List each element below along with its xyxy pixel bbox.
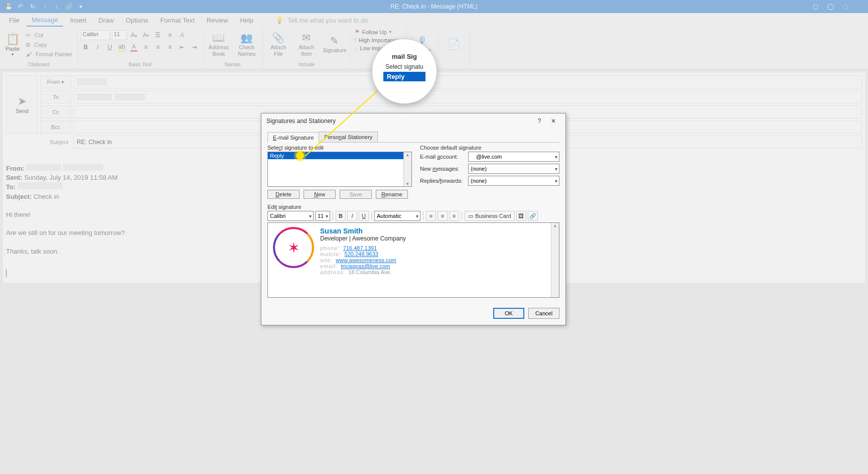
body-from-label: From: bbox=[6, 165, 25, 172]
qa-more-icon[interactable]: ▾ bbox=[77, 3, 84, 10]
menu-file[interactable]: File bbox=[4, 15, 25, 26]
new-messages-label: New messages: bbox=[420, 166, 468, 172]
bullets-button[interactable]: ☰ bbox=[153, 30, 163, 40]
sig-mobile[interactable]: 520.248.9633 bbox=[345, 251, 378, 257]
sig-site[interactable]: www.awesomeness.com bbox=[336, 257, 396, 263]
editor-link-button[interactable]: 🔗 bbox=[528, 211, 538, 221]
body-sent-value: Sunday, July 14, 2019 11:58 AM bbox=[24, 174, 117, 181]
attach-item-button[interactable]: ✉Attach Item bbox=[294, 32, 319, 56]
sig-phone[interactable]: 716.487.1391 bbox=[343, 245, 377, 251]
pen-icon: ✎ bbox=[330, 35, 339, 46]
signature-list[interactable]: Reply ▴▾ bbox=[267, 152, 412, 187]
user-icon[interactable]: ◯ bbox=[827, 3, 834, 10]
bulb-icon: 💡 bbox=[275, 17, 283, 24]
address-book-button[interactable]: 📖Address Book bbox=[206, 32, 231, 56]
align-left-button[interactable]: ≡ bbox=[141, 42, 151, 52]
undo-icon[interactable]: ↶ bbox=[17, 3, 24, 10]
tell-me-search[interactable]: 💡 Tell me what you want to do bbox=[275, 17, 368, 24]
clear-format-button[interactable]: A bbox=[177, 30, 187, 40]
bcc-button[interactable]: Bcc bbox=[40, 121, 71, 134]
replies-label: Replies/forwards: bbox=[420, 178, 468, 184]
paste-button[interactable]: 📋 Paste ▾ bbox=[3, 33, 22, 57]
sig-address: 18 Columbia Ave. bbox=[348, 269, 391, 275]
menu-draw[interactable]: Draw bbox=[93, 15, 118, 26]
from-field[interactable] bbox=[73, 75, 862, 88]
rename-button[interactable]: Rename bbox=[376, 190, 408, 199]
menu-insert[interactable]: Insert bbox=[65, 15, 92, 26]
send-button[interactable]: ➤ Send bbox=[6, 75, 38, 134]
signature-button[interactable]: ✎Signature bbox=[322, 35, 347, 53]
email-account-combo[interactable]: xx@live.com bbox=[468, 152, 559, 162]
editor-color-combo[interactable]: Automatic bbox=[374, 211, 420, 221]
menu-format[interactable]: Format Text bbox=[155, 15, 199, 26]
grow-font-button[interactable]: A▴ bbox=[129, 30, 139, 40]
editor-bold-button[interactable]: B bbox=[336, 211, 346, 221]
scroll-up-icon[interactable]: ▴ bbox=[406, 152, 409, 157]
highlight-button[interactable]: ab bbox=[117, 42, 127, 52]
editor-italic-button[interactable]: I bbox=[347, 211, 357, 221]
align-center-button[interactable]: ≡ bbox=[153, 42, 163, 52]
sig-email[interactable]: triciagoss@live.com bbox=[341, 263, 390, 269]
delete-button[interactable]: Delete bbox=[267, 190, 300, 199]
copy-button[interactable]: ⧉Copy bbox=[24, 41, 74, 49]
save-icon[interactable]: 💾 bbox=[5, 3, 12, 10]
attach-file-button[interactable]: 📎Attach File bbox=[266, 32, 291, 56]
new-button[interactable]: New bbox=[304, 190, 336, 199]
italic-button[interactable]: I bbox=[93, 42, 103, 52]
editor-scrollbar[interactable]: ▴ bbox=[551, 223, 559, 297]
follow-up-button[interactable]: ⚑Follow Up▾ bbox=[354, 28, 392, 36]
numbering-button[interactable]: ≡ bbox=[165, 30, 175, 40]
editor-align-right-button[interactable]: ≡ bbox=[449, 211, 459, 221]
signature-editor[interactable]: ✶ Susan Smith Developer | Awesome Compan… bbox=[267, 222, 559, 298]
cut-button[interactable]: ✂Cut bbox=[24, 31, 74, 40]
editor-underline-button[interactable]: U bbox=[359, 211, 369, 221]
underline-button[interactable]: U bbox=[105, 42, 115, 52]
dialog-help-button[interactable]: ? bbox=[532, 117, 546, 125]
redo-icon[interactable]: ↻ bbox=[29, 3, 36, 10]
redacted bbox=[26, 164, 61, 171]
shrink-font-button[interactable]: A▾ bbox=[141, 30, 151, 40]
outdent-button[interactable]: ⇤ bbox=[177, 42, 187, 52]
format-painter-button[interactable]: 🖌Format Painter bbox=[24, 50, 74, 58]
menu-message[interactable]: Message bbox=[27, 14, 63, 27]
font-size-select[interactable]: 11 bbox=[112, 30, 127, 40]
align-right-button[interactable]: ≡ bbox=[165, 42, 175, 52]
menu-review[interactable]: Review bbox=[202, 15, 233, 26]
from-button[interactable]: From ▾ bbox=[40, 75, 71, 88]
editor-align-center-button[interactable]: ≡ bbox=[438, 211, 448, 221]
cancel-button[interactable]: Cancel bbox=[528, 308, 559, 319]
subject-value: RE: Check in bbox=[77, 139, 112, 146]
menu-options[interactable]: Options bbox=[121, 15, 154, 26]
min-icon[interactable]: ▢ bbox=[813, 3, 818, 10]
indent-button[interactable]: ⇥ bbox=[189, 42, 199, 52]
scroll-down-icon[interactable]: ▾ bbox=[406, 181, 409, 186]
scrollbar[interactable]: ▴▾ bbox=[403, 152, 411, 186]
to-button[interactable]: To bbox=[40, 90, 71, 103]
editor-font-combo[interactable]: Calibri bbox=[267, 211, 314, 221]
editor-image-button[interactable]: 🖼 bbox=[516, 211, 526, 221]
ok-button[interactable]: OK bbox=[493, 308, 524, 319]
up-icon[interactable]: ↑ bbox=[41, 3, 48, 10]
menu-help[interactable]: Help bbox=[235, 15, 258, 26]
to-field[interactable] bbox=[73, 90, 862, 103]
replies-combo[interactable]: (none) bbox=[468, 176, 559, 186]
editor-align-left-button[interactable]: ≡ bbox=[426, 211, 436, 221]
help-ring-icon[interactable]: ◌ bbox=[843, 3, 848, 10]
down-icon[interactable]: ↓ bbox=[53, 3, 60, 10]
attach-icon[interactable]: 🔗 bbox=[65, 3, 72, 10]
font-name-select[interactable]: Calibri bbox=[81, 30, 110, 40]
check-names-button[interactable]: 👥Check Names bbox=[234, 32, 259, 56]
font-color-button[interactable]: A bbox=[129, 42, 139, 52]
tab-email-signature[interactable]: E-mail Signature bbox=[267, 132, 319, 143]
subject-label: Subject bbox=[40, 136, 71, 149]
new-messages-combo[interactable]: (none) bbox=[468, 164, 559, 174]
tab-personal-stationery[interactable]: Personal Stationery bbox=[319, 132, 378, 142]
bold-button[interactable]: B bbox=[81, 42, 91, 52]
business-card-button[interactable]: ▭Business Card bbox=[465, 211, 515, 221]
extra-button[interactable]: 📄 bbox=[442, 39, 467, 51]
dialog-close-button[interactable]: ✕ bbox=[546, 117, 560, 125]
editor-size-combo[interactable]: 11 bbox=[315, 211, 330, 221]
text-cursor bbox=[6, 269, 7, 277]
cc-button[interactable]: Cc bbox=[40, 105, 71, 118]
signature-list-item[interactable]: Reply bbox=[268, 152, 411, 159]
